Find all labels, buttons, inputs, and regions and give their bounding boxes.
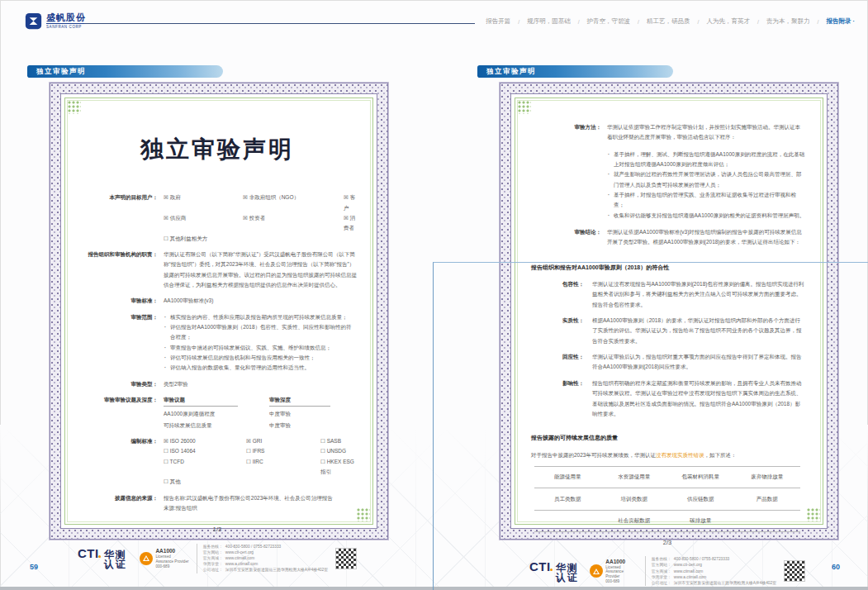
header-divider-line: [84, 23, 475, 24]
field-label: 本声明的目标用户：: [78, 193, 164, 244]
nav-item-governance[interactable]: 规序明，固基础: [527, 17, 571, 26]
conclusion-row: 审验结论： 华测认证依据AA1000审验标准(v3)对报告组织编制的报告中披露的…: [529, 227, 805, 248]
company-logo-icon: [25, 12, 42, 30]
field-label: 审验方法：: [553, 122, 607, 221]
field-label: 审验结论：: [553, 227, 607, 248]
field-label: 披露信息的来源：: [78, 493, 164, 514]
cti-logo: CTI 华测认证: [529, 560, 582, 583]
nav-separator: /: [757, 19, 759, 25]
nav-separator: /: [817, 19, 818, 25]
source-line: 来源:报告组织: [164, 503, 357, 513]
method-bullet: 基于抽样，对报告组织的管理实践、业务流程和证据收集等过程进行审视和检查；: [607, 190, 805, 211]
field-label: 审验范围：: [78, 312, 164, 374]
table-cell: 供应链数据: [667, 494, 734, 504]
method-row: 审验方法： 华测认证依据审验工作程序制定审验计划，并按照计划实施审验活动。华测认…: [529, 122, 805, 221]
principle-text: 华测认证审验后认为，报告组织对重大事项方面的回应在报告中得到了界定和体现。报告符…: [592, 352, 805, 373]
section-banner-left: 独立审验声明: [27, 65, 223, 78]
checkbox-item: ☐ IFRS: [246, 446, 317, 456]
company-name-en: SANFRAN CORP: [46, 26, 86, 30]
company-name: 盛帆股份: [46, 13, 86, 24]
aa1000-badge: AA1000 Licensed Assurance Provider 000-6…: [590, 559, 638, 584]
principle-text: 报告组织有明确的程序来定期监测和衡量可持续发展的影响，且拥有专业人员来有效推动可…: [592, 378, 805, 419]
field-label: 报告组织和审验机构的职责：: [78, 250, 164, 290]
section-banner-title: 独立审验声明: [27, 67, 86, 77]
principle-text: 根据AA1000审验原则（2018）的要求，华测认证对报告组织内部和外部的各个方…: [592, 316, 805, 346]
type-row: 审验类型： 类型2审验: [78, 379, 357, 389]
principle-inclusivity: 包容性： 华测认证没有发现报告与AA1000审验原则(2018)包容性原则的偏离…: [562, 279, 805, 310]
cti-logo: CTI 华测认证: [78, 547, 132, 569]
quality-statement: 对于报告中披露的2023年可持续发展绩效，华测认证没有发现实质性错误，如下所述：: [531, 450, 805, 460]
aa1000-badge: AA1000 Licensed Assurance Provider 000-6…: [140, 548, 188, 569]
principle-label: 影响性：: [562, 378, 592, 419]
checkbox-item: ☐ IIRC: [246, 457, 317, 478]
quality-data-table: 能源使用量 水资源使用量 包装材料消耗量 废弃物排放量 员工类数据 培训类数据 …: [534, 466, 800, 532]
table-cell: 包装材料消耗量: [667, 472, 734, 482]
principle-label: 回应性：: [562, 352, 592, 373]
nav-item-responsibility[interactable]: 责为本，聚群力: [766, 17, 810, 26]
quality-suffix: ，如下所述：: [704, 452, 736, 458]
aa1000-number: 000-689: [605, 579, 638, 584]
table-cell: 废弃物排放量: [734, 472, 801, 482]
aa1000-title: AA1000: [605, 559, 638, 565]
table-cell: AA1000原则遵循程度: [164, 409, 269, 419]
checkbox-item: ☒ ISO 26000: [164, 436, 243, 446]
target-users-row: 本声明的目标用户： ☒ 政府 ☒ 非政府组织（NGO） ☒ 客户 ☒ 供应商 ☒…: [78, 193, 357, 244]
nav-separator: /: [638, 19, 639, 25]
table-cell: 社会贡献数据: [601, 516, 668, 526]
responsibility-row: 报告组织和审验机构的职责： 华测认证有限公司（以下简称“华测认证”）受武汉盛帆电…: [78, 250, 357, 290]
cti-logo-cn: 华测认证: [556, 563, 583, 583]
aa1000-number: 000-689: [155, 564, 188, 569]
field-text: AA1000审验标准(v3): [164, 296, 357, 306]
certificate-footer: CTI 华测认证 AA1000 Licensed Assurance Provi…: [78, 536, 357, 583]
contact-info: 服务热线：400-830-5800 / 0755-82723333 官方网站：w…: [197, 544, 328, 573]
table-cell: 能源使用量: [534, 472, 601, 482]
report-page-number-left: 59: [30, 563, 38, 571]
checkbox-item: ☐ TCFD: [164, 457, 243, 478]
quality-highlight: 没有发现实质性错误: [656, 452, 704, 458]
nav-item-environment[interactable]: 护青空，守碧波: [587, 17, 631, 26]
aa1000-title: AA1000: [155, 548, 188, 554]
checkbox-item: ☒ 消费者: [344, 213, 357, 234]
section-banner-title: 独立审验声明: [477, 67, 536, 77]
nav-item-talent[interactable]: 人为先，育英才: [707, 17, 751, 26]
checkbox-item: ☒ 非政府组织（NGO）: [243, 193, 340, 213]
cti-logo-text: CTI: [529, 560, 551, 573]
nav-separator: /: [578, 19, 580, 25]
cti-logo-text: CTI: [78, 547, 99, 559]
method-intro: 华测认证依据审验工作程序制定审验计划，并按照计划实施审验活动。华测认证本着职业怀…: [607, 122, 805, 143]
nav-separator: /: [518, 19, 519, 25]
scope-bullet: 评估纳入报告的数据收集、量化和管理的适用性和适当性。: [164, 363, 357, 373]
table-cell: 中度审验: [269, 421, 357, 431]
assurance-certificate-page1: 独立审验声明 本声明的目标用户： ☒ 政府 ☒ 非政府组织（NGO） ☒ 客户 …: [50, 83, 388, 540]
nav-separator: /: [698, 19, 700, 25]
field-text: 华测认证有限公司（以下简称“华测认证”）受武汉盛帆电子股份有限公司（以下简称“报…: [164, 250, 357, 290]
principle-materiality: 实质性： 根据AA1000审验原则（2018）的要求，华测认证对报告组织内部和外…: [562, 316, 805, 346]
cti-logo-cn: 华测认证: [104, 550, 133, 569]
field-label: 审验审验议题及深度：: [78, 395, 164, 431]
standard-row: 审验标准： AA1000审验标准(v3): [78, 296, 357, 306]
source-line: 报告名称:武汉盛帆电子股份有限公司2023年环境、社会及公司治理报告: [164, 493, 357, 503]
top-navigation: 报告开篇 / 规序明，固基础 / 护青空，守碧波 / 精工艺，研品质 / 人为先…: [486, 17, 855, 26]
checkbox-item: ☒ 客户: [344, 193, 357, 213]
method-bullet: 就产生影响的过程的有效性开展管理层访谈，访谈人员包括公司最高管理层、部门管理人员…: [607, 169, 805, 190]
method-bullet: 基于抽样，理解、测试、判断报告组织遵循AA1000原则的程度的流程，在此基础上对…: [607, 150, 805, 170]
compliance-heading: 报告组织和报告对AA1000审验原则（2018）的符合性: [531, 262, 805, 273]
scope-row: 审验范围： 核实报告的内容、性质和应用以及报告期内所呈现的可持续发展信息质量； …: [78, 312, 357, 374]
quality-heading: 报告披露的可持续发展信息的质量: [531, 432, 805, 443]
table-header: 审验议题: [164, 395, 238, 407]
principle-responsiveness: 回应性： 华测认证审验后认为，报告组织对重大事项方面的回应在报告中得到了界定和体…: [562, 352, 805, 373]
scope-bullet: 评估可持续发展信息的报告机制和与报告应用相关的一致性；: [164, 353, 357, 363]
nav-item-opening[interactable]: 报告开篇: [486, 17, 510, 26]
checkbox-item: ☐ SASB: [320, 436, 357, 446]
table-row: 能源使用量 水资源使用量 包装材料消耗量 废弃物排放量: [534, 466, 800, 488]
aa1000-subtitle: Licensed Assurance Provider: [605, 565, 638, 579]
aa1000-subtitle: Licensed Assurance Provider: [155, 554, 188, 564]
method-bullet: 收集和评估能够支持报告组织遵循AA1000原则的相关的证据资料和管理层声明。: [607, 211, 805, 221]
nav-item-quality[interactable]: 精工艺，研品质: [647, 17, 690, 26]
checkbox-item: ☐ 其他利益相关方: [164, 234, 240, 244]
field-label: 审验标准：: [78, 296, 164, 306]
report-header: 盛帆股份 SANFRAN CORP 报告开篇 / 规序明，固基础 / 护青空，守…: [0, 0, 868, 48]
nav-item-appendix-active[interactable]: 报告附录 ·: [826, 17, 855, 26]
principle-impact: 影响性： 报告组织有明确的程序来定期监测和衡量可持续发展的影响，且拥有专业人员来…: [562, 378, 805, 419]
table-cell: 中度审验: [269, 409, 357, 419]
